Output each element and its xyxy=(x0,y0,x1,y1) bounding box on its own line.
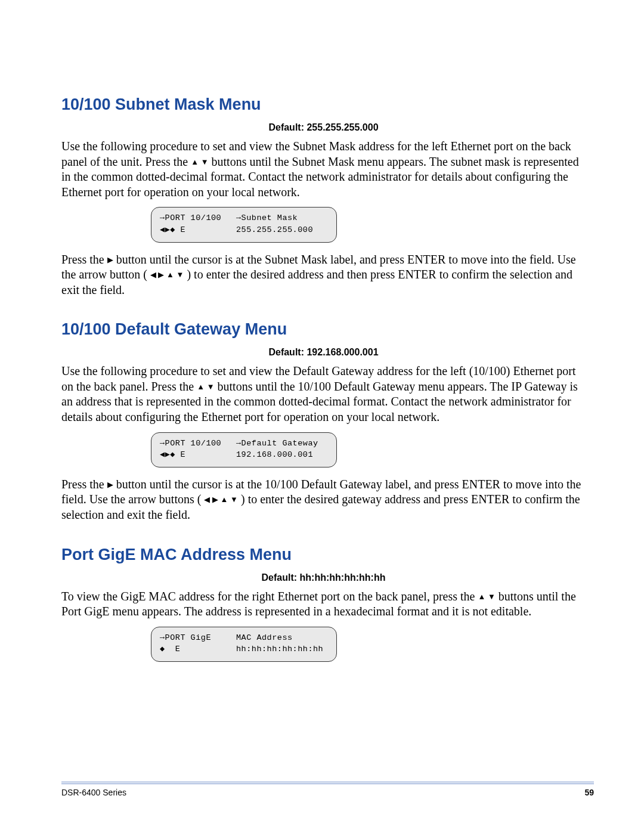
up-down-arrow-icon: ▲ ▼ xyxy=(197,382,214,391)
footer-text-row: DSR-6400 Series 59 xyxy=(61,788,594,797)
lcd-row: →PORT 10/100 →Default Gateway xyxy=(160,438,328,450)
lcd-cell: hh:hh:hh:hh:hh:hh xyxy=(236,643,323,655)
text-span: Press the xyxy=(61,253,107,266)
lcd-display-gige: →PORT GigE MAC Address ◆ E hh:hh:hh:hh:h… xyxy=(151,627,337,662)
right-arrow-icon: ▶ xyxy=(107,480,113,489)
up-down-arrow-icon: ▲ ▼ xyxy=(191,157,208,166)
gateway-paragraph-2: Press the ▶ button until the cursor is a… xyxy=(61,477,586,523)
lcd-cell: →PORT 10/100 xyxy=(160,212,236,224)
lcd-cell: →Subnet Mask xyxy=(236,212,298,224)
page-footer: DSR-6400 Series 59 xyxy=(61,782,594,797)
lcd-cell: ◀▶◆ E xyxy=(160,224,236,236)
default-gige-mac: Default: hh:hh:hh:hh:hh:hh xyxy=(61,572,586,583)
lcd-display-gateway: →PORT 10/100 →Default Gateway ◀▶◆ E 192.… xyxy=(151,432,337,467)
footer-divider xyxy=(61,782,594,782)
lcd-row: ◆ E hh:hh:hh:hh:hh:hh xyxy=(160,643,328,655)
subnet-paragraph-2: Press the ▶ button until the cursor is a… xyxy=(61,252,586,298)
lcd-row: →PORT 10/100 →Subnet Mask xyxy=(160,212,328,224)
lcd-display-subnet: →PORT 10/100 →Subnet Mask ◀▶◆ E 255.255.… xyxy=(151,207,337,242)
footer-divider xyxy=(61,784,594,784)
text-span: To view the GigE MAC address for the rig… xyxy=(61,590,478,603)
page-content: 10/100 Subnet Mask Menu Default: 255.255… xyxy=(0,0,644,713)
default-subnet-mask: Default: 255.255.255.000 xyxy=(61,122,586,133)
heading-default-gateway: 10/100 Default Gateway Menu xyxy=(61,320,586,339)
subnet-paragraph-1: Use the following procedure to set and v… xyxy=(61,139,586,200)
lcd-row: →PORT GigE MAC Address xyxy=(160,632,328,644)
lcd-cell: 255.255.255.000 xyxy=(236,224,313,236)
right-arrow-icon: ▶ xyxy=(107,255,113,264)
heading-subnet-mask: 10/100 Subnet Mask Menu xyxy=(61,95,586,114)
heading-gige-mac: Port GigE MAC Address Menu xyxy=(61,546,586,564)
lcd-cell: →PORT GigE xyxy=(160,632,236,644)
lcd-cell: ◀▶◆ E xyxy=(160,449,236,461)
text-span: Press the xyxy=(61,478,107,491)
four-arrow-icon: ◀ ▶ ▲ ▼ xyxy=(204,495,238,504)
footer-page-number: 59 xyxy=(584,788,594,797)
lcd-row: ◀▶◆ E 255.255.255.000 xyxy=(160,224,328,236)
four-arrow-icon: ◀ ▶ ▲ ▼ xyxy=(150,270,184,279)
lcd-cell: ◆ E xyxy=(160,643,236,655)
default-gateway: Default: 192.168.000.001 xyxy=(61,347,586,358)
up-down-arrow-icon: ▲ ▼ xyxy=(478,592,495,601)
lcd-cell: MAC Address xyxy=(236,632,293,644)
footer-series-label: DSR-6400 Series xyxy=(61,788,126,797)
lcd-cell: →Default Gateway xyxy=(236,438,318,450)
lcd-cell: 192.168.000.001 xyxy=(236,449,313,461)
lcd-cell: →PORT 10/100 xyxy=(160,438,236,450)
gateway-paragraph-1: Use the following procedure to set and v… xyxy=(61,364,586,425)
lcd-row: ◀▶◆ E 192.168.000.001 xyxy=(160,449,328,461)
gige-paragraph-1: To view the GigE MAC address for the rig… xyxy=(61,589,586,620)
